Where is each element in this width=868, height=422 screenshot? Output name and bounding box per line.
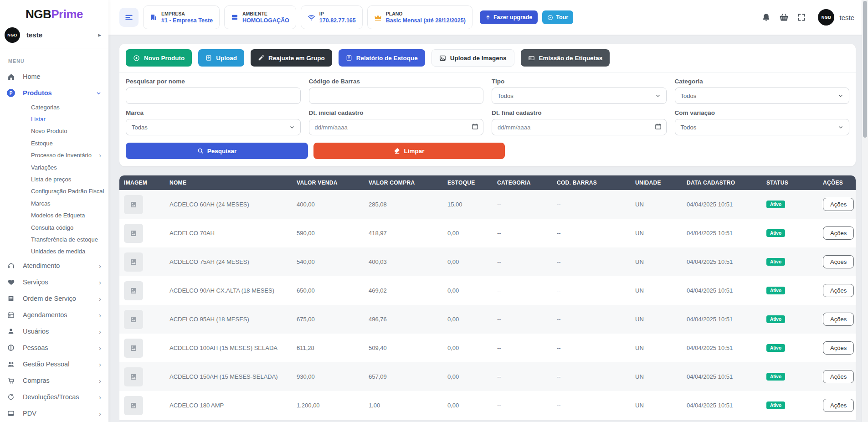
marca-select[interactable]: Todas: [126, 119, 301, 135]
relatorio-estoque-button[interactable]: Relatório de Estoque: [339, 49, 425, 67]
topbar-user-name: teste: [839, 14, 854, 21]
wifi-icon: [308, 14, 315, 21]
submenu-item[interactable]: Configuração Padrão Fiscal ›: [0, 185, 108, 197]
tipo-select[interactable]: Todos: [492, 87, 667, 104]
table-row[interactable]: ACDELCO 95AH (18 MESES) 675,00 496,76 0,…: [119, 305, 856, 334]
cell-cod-barras: --: [552, 362, 631, 391]
main-area: EMPRESA #1 - Empresa Teste AMBIENTE HOMO…: [108, 0, 868, 422]
image-placeholder-icon: [124, 396, 143, 415]
nome-input[interactable]: [126, 87, 301, 104]
table-head: IMAGEMNOMEVALOR VENDAVALOR COMPRAESTOQUE…: [119, 175, 856, 190]
acoes-button[interactable]: Ações: [823, 370, 854, 383]
fullscreen-button[interactable]: [795, 11, 808, 24]
submenu-item[interactable]: Processo de Inventário ›: [0, 149, 108, 161]
cell-imagem: [119, 334, 165, 362]
menu-section-label: MENU: [0, 48, 108, 68]
sidebar-item-atendimento[interactable]: Atendimento ›: [0, 257, 108, 274]
table-row[interactable]: ACDELCO 100AH (15 MESES) SELADA 611,28 5…: [119, 334, 856, 362]
cell-nome: ACDELCO 90AH CX.ALTA (18 MESES): [165, 276, 292, 305]
cell-acoes: Ações: [818, 190, 856, 219]
tour-button[interactable]: Tour: [542, 10, 573, 24]
acoes-button[interactable]: Ações: [823, 313, 854, 326]
scrollbar-thumb[interactable]: [863, 1, 867, 138]
emissao-etiquetas-button[interactable]: Emissão de Etiquetas: [521, 49, 610, 67]
cell-categoria: --: [493, 276, 552, 305]
table-header-row: IMAGEMNOMEVALOR VENDAVALOR COMPRAESTOQUE…: [119, 175, 856, 190]
submenu-item[interactable]: Unidades de medida ›: [0, 246, 108, 257]
submenu-item-label: Listar: [31, 116, 46, 123]
acoes-button[interactable]: Ações: [823, 255, 854, 268]
table-row[interactable]: ACDELCO 60AH (24 MESES) 400,00 285,08 15…: [119, 190, 856, 219]
com-variacao-select[interactable]: Todos: [675, 119, 850, 135]
sidebar-item-devolucoes[interactable]: Devoluções/Trocas ›: [0, 389, 108, 405]
acoes-button[interactable]: Ações: [823, 284, 854, 297]
submenu-item[interactable]: Lista de preços ›: [0, 173, 108, 185]
submenu-item[interactable]: Categorias ›: [0, 101, 108, 113]
arrow-up-icon: [485, 15, 491, 20]
upload-imagens-button[interactable]: Upload de Imagens: [431, 49, 514, 67]
topbar-user[interactable]: NGB teste: [818, 9, 854, 26]
cell-status: Ativo: [762, 334, 818, 362]
submenu-item[interactable]: Listar ›: [0, 113, 108, 125]
chevron-right-icon: ›: [99, 394, 101, 401]
sidebar-item-pdv[interactable]: PDV ›: [0, 405, 108, 422]
sidebar-item-usuarios[interactable]: Usuários ›: [0, 323, 108, 340]
table-row[interactable]: ACDELCO 180 AMP 1.200,00 1,00 0,00 -- --…: [119, 391, 856, 420]
sidebar-item-servicos[interactable]: Serviços ›: [0, 274, 108, 290]
cart-icon: [6, 377, 15, 385]
sidebar-item-home[interactable]: Home: [0, 68, 108, 85]
dt-final-input[interactable]: [492, 119, 667, 135]
sidebar-user[interactable]: NGB teste ▸: [0, 22, 108, 48]
page-scrollbar[interactable]: [862, 0, 868, 422]
sidebar-item-gestao-pessoal[interactable]: Gestão Pessoal ›: [0, 356, 108, 372]
chevron-down-icon: [655, 93, 661, 98]
filter-categoria: Categoria Todos: [675, 78, 850, 104]
submenu-item[interactable]: Novo Produto ›: [0, 125, 108, 137]
table-row[interactable]: ACDELCO 150AH (15 MESES-SELADA) 930,00 6…: [119, 362, 856, 391]
submenu-item[interactable]: Estoque ›: [0, 137, 108, 149]
submenu-item[interactable]: Marcas ›: [0, 197, 108, 209]
acoes-button[interactable]: Ações: [823, 341, 854, 355]
table-row[interactable]: ACDELCO 75AH (24 MESES) 540,00 400,03 0,…: [119, 247, 856, 276]
sidebar-item-ordem-servico[interactable]: Ordem de Serviço ›: [0, 290, 108, 307]
acoes-button[interactable]: Ações: [823, 399, 854, 412]
submenu-item[interactable]: Modelos de Etiqueta ›: [0, 210, 108, 221]
acoes-button[interactable]: Ações: [823, 226, 854, 240]
pesquisar-button[interactable]: Pesquisar: [126, 143, 308, 159]
sidebar-item-agendamentos[interactable]: Agendamentos ›: [0, 307, 108, 323]
upgrade-button[interactable]: Fazer upgrade: [480, 10, 538, 24]
submenu-item[interactable]: Transferência de estoque ›: [0, 233, 108, 245]
filter-label: Dt. final cadastro: [492, 109, 667, 116]
categoria-select[interactable]: Todos: [675, 87, 850, 104]
app-root: NGBPrime NGB teste ▸ MENU Home P Produto…: [0, 0, 868, 422]
cell-cod-barras: --: [552, 247, 631, 276]
reajuste-grupo-button[interactable]: Reajuste em Grupo: [251, 49, 332, 67]
column-header: AÇÕES: [818, 175, 856, 190]
acoes-button[interactable]: Ações: [823, 198, 854, 211]
submenu-item[interactable]: Consulta código ›: [0, 221, 108, 233]
basket-button[interactable]: [777, 11, 791, 24]
submenu-item[interactable]: Variações ›: [0, 161, 108, 173]
cell-status: Ativo: [762, 305, 818, 334]
products-table-card: IMAGEMNOMEVALOR VENDAVALOR COMPRAESTOQUE…: [119, 175, 856, 420]
upload-button[interactable]: Upload: [198, 49, 244, 67]
table-row[interactable]: ACDELCO 90AH CX.ALTA (18 MESES) 650,00 4…: [119, 276, 856, 305]
novo-produto-button[interactable]: Novo Produto: [126, 49, 192, 67]
cell-data-cadastro: 04/04/2025 10:51: [682, 362, 762, 391]
table-row[interactable]: ACDELCO 70AH 590,00 418,97 0,00 -- -- UN…: [119, 219, 856, 247]
menu-toggle-button[interactable]: [119, 8, 139, 27]
selected-value: Todos: [498, 93, 514, 99]
sidebar-item-compras[interactable]: Compras ›: [0, 372, 108, 389]
cell-nome: ACDELCO 60AH (24 MESES): [165, 190, 292, 219]
sidebar-item-pessoas[interactable]: Pessoas ›: [0, 340, 108, 356]
codigo-barras-input[interactable]: [309, 87, 484, 104]
limpar-button[interactable]: Limpar: [313, 143, 505, 159]
heart-hand-icon: [6, 278, 15, 286]
people-group-icon: [6, 360, 15, 368]
chevron-right-icon: ›: [99, 152, 101, 159]
cell-status: Ativo: [762, 391, 818, 420]
dt-inicial-input[interactable]: [309, 119, 484, 135]
notifications-button[interactable]: [760, 11, 773, 24]
chevron-right-icon: ›: [99, 410, 101, 417]
sidebar-item-produtos[interactable]: P Produtos: [0, 85, 108, 101]
